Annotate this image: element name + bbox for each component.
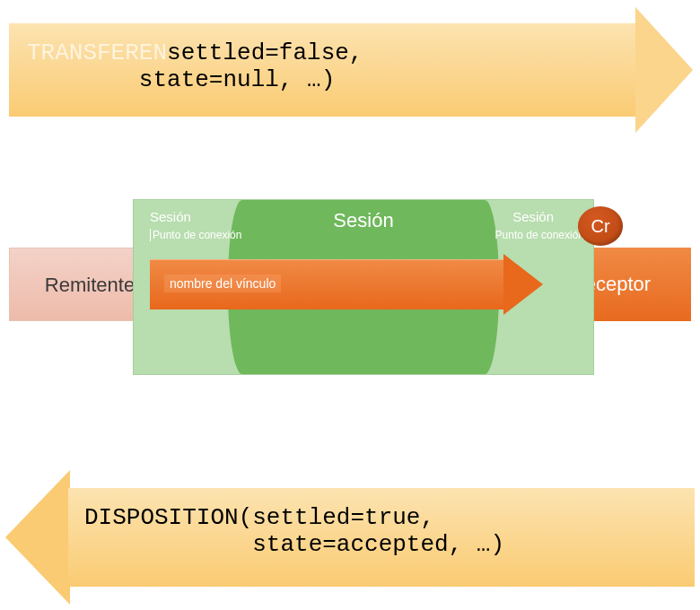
credit-badge-text: Cr [591,216,609,236]
disposition-line1: DISPOSITION(settled=true, [84,504,434,531]
session-right-subtitle: Punto de conexión [495,229,584,241]
arrow-head-right-icon [503,254,543,315]
transfer-ghost-prefix: TRANSFEREN [27,39,167,66]
transfer-text: TRANSFERENsettled=false, state=null, …) [27,39,363,93]
disposition-arrow: DISPOSITION(settled=true, state=accepted… [5,470,693,605]
arrow-head-right-icon [635,7,693,133]
disposition-line2: state=accepted, …) [84,531,504,558]
session-right-title: Sesión [512,209,554,224]
sender-label: Remitente [45,274,135,296]
session-container: Sesión Punto de conexión Sesión Sesión P… [133,199,594,375]
disposition-text: DISPOSITION(settled=true, state=accepted… [84,504,504,558]
transfer-line1: settled=false, [167,39,363,66]
link-arrow: nombre del vínculo [150,259,543,309]
link-label: nombre del vínculo [164,274,281,292]
session-diagram: Remitente Receptor Sesión Punto de conex… [9,231,691,357]
transfer-arrow: TRANSFERENsettled=false, state=null, …) [9,7,693,133]
credit-badge: Cr [578,206,623,246]
transfer-line2: state=null, …) [27,66,335,93]
arrow-head-left-icon [5,470,70,605]
